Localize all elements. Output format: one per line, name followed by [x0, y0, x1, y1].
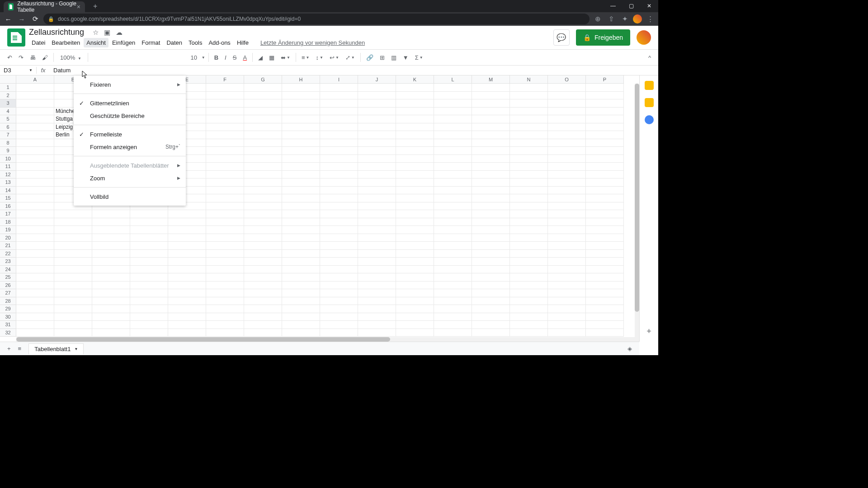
cell[interactable]: [472, 147, 510, 155]
cell[interactable]: [434, 218, 472, 226]
cell[interactable]: [320, 115, 358, 123]
cell[interactable]: [586, 171, 624, 179]
cell[interactable]: [244, 92, 282, 100]
column-header[interactable]: M: [472, 75, 510, 84]
column-header[interactable]: G: [244, 75, 282, 84]
cell[interactable]: [434, 202, 472, 211]
row-header[interactable]: 2: [0, 92, 16, 100]
link-button[interactable]: 🔗: [363, 52, 376, 63]
cell[interactable]: [548, 92, 586, 100]
cell[interactable]: [586, 147, 624, 155]
cell[interactable]: [358, 194, 396, 202]
cell[interactable]: [586, 329, 624, 337]
cell[interactable]: [206, 297, 244, 305]
cell[interactable]: [548, 147, 586, 155]
row-header[interactable]: 3: [0, 99, 16, 108]
cell[interactable]: [282, 194, 320, 202]
cell[interactable]: [586, 155, 624, 163]
cell[interactable]: [510, 313, 548, 321]
cell[interactable]: [16, 131, 54, 139]
cell[interactable]: [396, 147, 434, 155]
add-panel-button[interactable]: +: [646, 327, 651, 336]
cell[interactable]: [358, 226, 396, 234]
cell[interactable]: [168, 258, 206, 266]
valign-button[interactable]: ↕ ▼: [313, 52, 326, 63]
cell[interactable]: [396, 194, 434, 202]
cell[interactable]: [548, 171, 586, 179]
cell[interactable]: [16, 202, 54, 211]
cell[interactable]: [548, 242, 586, 250]
cell[interactable]: [244, 155, 282, 163]
cell[interactable]: [510, 242, 548, 250]
cell[interactable]: [358, 115, 396, 123]
select-all-corner[interactable]: [0, 75, 16, 84]
cell[interactable]: [320, 155, 358, 163]
cell[interactable]: [168, 329, 206, 337]
cell[interactable]: [396, 178, 434, 187]
cell[interactable]: [16, 99, 54, 108]
cell[interactable]: [396, 313, 434, 321]
cell[interactable]: [472, 155, 510, 163]
cell[interactable]: [586, 273, 624, 282]
cell[interactable]: [206, 226, 244, 234]
cell[interactable]: [16, 155, 54, 163]
cell[interactable]: [244, 218, 282, 226]
cell[interactable]: [358, 187, 396, 195]
cell[interactable]: [510, 273, 548, 282]
row-header[interactable]: 17: [0, 210, 16, 218]
cell[interactable]: [548, 187, 586, 195]
cell[interactable]: [434, 242, 472, 250]
cell[interactable]: [168, 234, 206, 242]
cell[interactable]: [244, 115, 282, 123]
cell[interactable]: [282, 329, 320, 337]
cell[interactable]: [168, 226, 206, 234]
cell[interactable]: [548, 123, 586, 131]
cell[interactable]: [434, 115, 472, 123]
sheet-tab[interactable]: Tabellenblatt1 ▼: [28, 343, 84, 354]
cell[interactable]: [472, 242, 510, 250]
cell[interactable]: [548, 218, 586, 226]
cell[interactable]: [54, 297, 92, 305]
row-header[interactable]: 6: [0, 123, 16, 131]
cell[interactable]: [16, 84, 54, 92]
bold-button[interactable]: B: [212, 52, 221, 63]
cell[interactable]: [16, 266, 54, 274]
row-header[interactable]: 22: [0, 250, 16, 258]
cell[interactable]: [16, 297, 54, 305]
cell[interactable]: [320, 242, 358, 250]
last-edit-link[interactable]: Letzte Änderung vor wenigen Sekunden: [258, 38, 368, 47]
cell[interactable]: [358, 108, 396, 116]
cell[interactable]: [282, 123, 320, 131]
cell[interactable]: [510, 321, 548, 329]
cell[interactable]: [434, 266, 472, 274]
cell[interactable]: [244, 123, 282, 131]
cell[interactable]: [130, 305, 168, 313]
cell[interactable]: [548, 258, 586, 266]
cell[interactable]: [320, 139, 358, 147]
cell[interactable]: [92, 250, 130, 258]
cell[interactable]: [510, 92, 548, 100]
cell[interactable]: [92, 297, 130, 305]
cell[interactable]: [548, 282, 586, 290]
cell[interactable]: [358, 163, 396, 171]
cell[interactable]: [472, 258, 510, 266]
cell[interactable]: [358, 123, 396, 131]
cell[interactable]: [54, 282, 92, 290]
cell[interactable]: [396, 187, 434, 195]
cell[interactable]: [586, 139, 624, 147]
cell[interactable]: [586, 210, 624, 218]
cell[interactable]: [320, 178, 358, 187]
column-header[interactable]: L: [434, 75, 472, 84]
cell[interactable]: [434, 194, 472, 202]
cell[interactable]: [320, 147, 358, 155]
cell[interactable]: [130, 210, 168, 218]
zoom-icon[interactable]: ⊕: [592, 15, 603, 23]
cell[interactable]: [396, 282, 434, 290]
cell[interactable]: [358, 282, 396, 290]
cell[interactable]: [510, 297, 548, 305]
cell[interactable]: [282, 210, 320, 218]
cell[interactable]: [396, 108, 434, 116]
cell[interactable]: [54, 321, 92, 329]
cell[interactable]: [586, 266, 624, 274]
cell[interactable]: [510, 218, 548, 226]
